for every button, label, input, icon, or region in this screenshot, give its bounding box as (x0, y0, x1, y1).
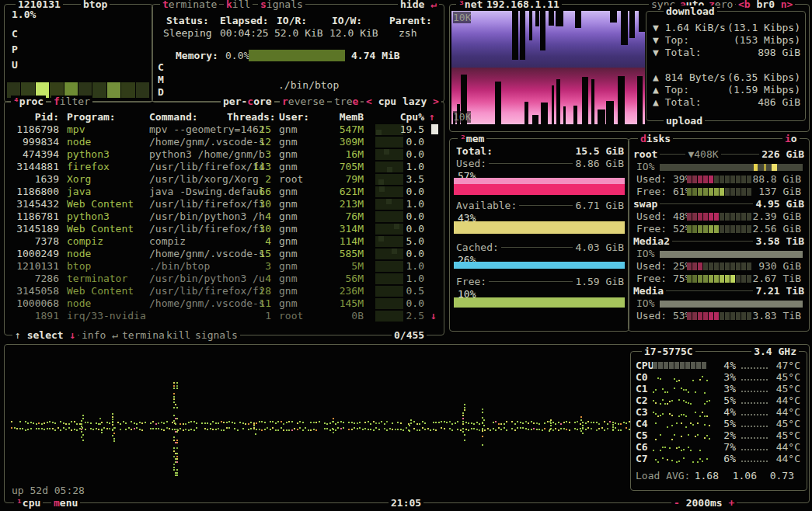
sort-direction-icon[interactable]: ↑ (429, 111, 435, 123)
proc-cpu-pct: 0.0 (390, 186, 424, 197)
process-row[interactable]: 1186798mpvmpv --geometry=146215gnm547M19… (6, 123, 426, 136)
clock: 21:05 (389, 497, 423, 509)
core-label: C5 (636, 429, 648, 441)
process-row[interactable]: 999834node/home/gnm/.vscode-s12gnm309M0.… (6, 136, 426, 148)
proc-panel-title: ⁴proc (11, 96, 46, 107)
proc-program: firefox (67, 161, 110, 172)
disk-free-meter (687, 275, 752, 283)
process-row[interactable]: 1000249node/home/gnm/.vscode-s15gnm585M0… (6, 248, 426, 260)
interface-selector[interactable]: <b br0 n> (736, 0, 795, 10)
process-count: 0/455 (392, 329, 427, 341)
disk-free-value: 2.56 GiB (751, 223, 801, 235)
process-row[interactable]: 1639Xorg/usr/lib/xorg/Xorg2root79M3.5 (6, 173, 426, 186)
signals-footer-button[interactable]: signals (193, 329, 240, 341)
process-row[interactable]: 1186781python3/usr/bin/python3 /h4gnm76M… (6, 210, 426, 223)
signals-button[interactable]: signals (258, 0, 305, 10)
proc-column-header-user[interactable]: User: (279, 111, 309, 123)
detail-field-label: IO/W: (332, 15, 362, 26)
proc-command: ./bin/btop (149, 260, 210, 272)
proc-threads: 4 (227, 273, 271, 284)
core-usage-sparkline (653, 373, 712, 382)
proc-pid: 3145432 (8, 198, 59, 210)
proc-threads: 4 (227, 235, 271, 247)
net-stat-label: ▼ Total: (653, 47, 702, 58)
terminate-button[interactable]: terminate (160, 0, 219, 10)
proc-column-header-command[interactable]: Command: (149, 111, 198, 123)
tree-toggle[interactable]: tree (332, 96, 361, 107)
disk-used-value: 2.39 GiB (751, 210, 801, 222)
process-row[interactable]: 3144881firefox/usr/lib/firefox/fi143gnm7… (6, 161, 426, 173)
process-row[interactable]: 3145058Web Content/usr/lib/firefox/fi28g… (6, 285, 426, 297)
kill-button[interactable]: kill (224, 0, 253, 10)
core-temp-graph (741, 391, 769, 392)
menu-button[interactable]: menu (51, 497, 80, 509)
scrollbar-thumb[interactable] (431, 124, 438, 134)
process-row[interactable]: 1000068node/home/gnm/.vscode-s11gnm145M0… (6, 297, 426, 310)
process-row[interactable]: 3145189Web Content/usr/lib/firefox/fi30g… (6, 223, 426, 235)
process-row[interactable]: 7378compizcompiz4gnm114M5.0 (6, 235, 426, 248)
proc-pid: 1210131 (8, 260, 59, 272)
kill-footer-button[interactable]: kill (164, 329, 193, 341)
proc-threads: 15 (227, 248, 271, 259)
btop-screen: { "colors": { "background": "#040404", "… (0, 0, 812, 511)
core-usage-sparkline (653, 454, 712, 464)
proc-mem: 79M (317, 173, 364, 185)
core-usage-sparkline (653, 419, 712, 429)
load-avg-value: 0.73 (763, 470, 794, 481)
proc-mem: 0B (317, 310, 364, 322)
disk-io-label: IO% (636, 297, 654, 309)
disk-size: 226 GiB (761, 148, 804, 160)
reverse-toggle[interactable]: reverse (280, 96, 327, 107)
net-panel-title: ³net (456, 0, 485, 10)
process-row[interactable]: 3145432Web Content/usr/lib/firefox/fi30g… (6, 198, 426, 210)
info-button[interactable]: info ↵ (79, 329, 120, 341)
core-pct: 5% (711, 418, 736, 429)
disks-io-mode-toggle[interactable]: io (782, 133, 800, 144)
proc-column-header-pid[interactable]: Pid: (8, 111, 59, 123)
process-row[interactable]: 1186800javajava -Dswing.defaul66gnm621M0… (6, 186, 426, 198)
proc-column-header-cpu[interactable]: Cpu% (390, 111, 424, 123)
cpu-tab[interactable]: ¹cpu (14, 497, 43, 509)
proc-column-header-threads[interactable]: Threads: (227, 111, 271, 123)
proc-cpu-pct: 5.0 (390, 235, 424, 247)
per-core-toggle[interactable]: per-core (221, 96, 274, 107)
disk-rule (666, 290, 753, 291)
disk-rule (672, 241, 753, 242)
net-stat-label: ▲ Total: (653, 96, 702, 108)
upload-label: upload (664, 115, 705, 127)
proc-threads: 15 (227, 123, 271, 135)
hide-button[interactable]: hide ↵ (398, 0, 439, 10)
net-scale-top: 10K (453, 12, 471, 23)
proc-program: Xorg (67, 173, 91, 185)
proc-column-header-program[interactable]: Program: (67, 111, 116, 123)
increase-refresh-button[interactable]: + (728, 497, 734, 509)
process-row[interactable]: 474394python3python3 /home/gnm/b3gnm16M0… (6, 148, 426, 161)
proc-user: root (279, 310, 303, 322)
load-avg-value: 1.68 (688, 470, 719, 481)
proc-mem: 76M (317, 210, 364, 222)
core-label: C1 (636, 383, 648, 395)
process-row[interactable]: 1210131btop./bin/btop3gnm5M1.0 (6, 260, 426, 273)
core-pct: 3% (711, 371, 736, 383)
process-row[interactable]: 7286terminator/usr/bin/python3 /u4gnm56M… (6, 273, 426, 285)
decrease-refresh-button[interactable]: - (674, 497, 680, 509)
disk-free-label: Free: 52% (636, 223, 691, 235)
net-stats-panel: download upload ▼ 1.64 KiB/s(13.1 Kibps)… (646, 11, 806, 121)
disk-name: root (633, 148, 657, 160)
disk-size: 4.95 GiB (755, 198, 804, 210)
process-row[interactable]: 1891irq/33-nvidia1root0B2.5 (6, 310, 426, 322)
mem-stat-rule (489, 281, 573, 282)
mem-stat-value: 6.71 GiB (575, 200, 624, 211)
sort-column-selector[interactable]: < cpu lazy > (364, 96, 441, 107)
select-control[interactable]: ↑ select ↓ (12, 329, 78, 341)
proc-mem: 309M (317, 136, 364, 148)
disk-free-label: Free: 61% (636, 186, 691, 197)
proc-column-header-memb[interactable]: MemB (317, 111, 364, 123)
filter-button[interactable]: filter (51, 96, 92, 107)
proc-pid: 1000068 (8, 297, 59, 309)
memory-panel: ²mem Total:15.5 GiB Used:8.86 GiB57%Avai… (449, 138, 629, 332)
proc-cpu-pct: 0.0 (390, 223, 424, 235)
proc-pid: 3144881 (8, 161, 59, 172)
memory-graph (249, 50, 345, 61)
mem-stat-graph (454, 262, 625, 269)
